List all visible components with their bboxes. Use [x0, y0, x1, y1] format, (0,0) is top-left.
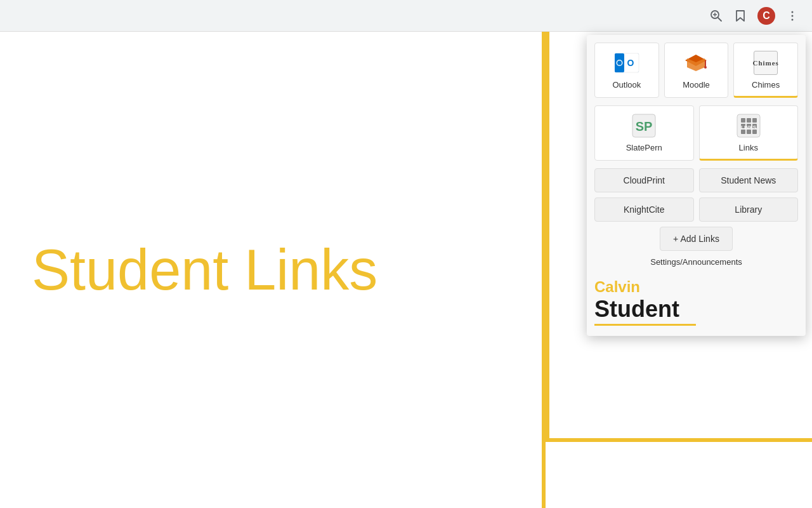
settings-link[interactable]: Settings/Announcements — [594, 257, 798, 267]
bottom-border-accent — [546, 438, 812, 442]
brand-underline — [594, 324, 696, 326]
svg-point-13 — [617, 61, 622, 65]
quick-links-row2: KnightCite Library — [594, 197, 798, 222]
outlook-icon: O — [613, 50, 640, 76]
app-grid-row2: SP SlatePern LI — [594, 105, 798, 161]
student-news-button[interactable]: Student News — [699, 168, 799, 192]
extension-icon[interactable]: C — [757, 7, 775, 25]
svg-point-7 — [792, 18, 794, 20]
links-tile[interactable]: LINKS Links — [699, 105, 799, 161]
zoom-icon[interactable] — [709, 9, 723, 23]
svg-rect-28 — [747, 130, 751, 134]
svg-rect-23 — [752, 118, 757, 123]
main-page: Student Links — [0, 32, 546, 508]
chimes-tile[interactable]: Chimes Chimes — [733, 43, 798, 98]
svg-point-17 — [704, 66, 707, 69]
add-links-button[interactable]: + Add Links — [660, 227, 733, 251]
moodle-label: Moodle — [683, 80, 710, 90]
slatepern-icon: SP — [631, 112, 657, 139]
links-icon: LINKS — [735, 112, 762, 139]
svg-rect-29 — [752, 130, 757, 134]
slatepern-tile[interactable]: SP SlatePern — [594, 105, 694, 161]
cloudprint-button[interactable]: CloudPrint — [594, 168, 694, 192]
knightcite-button[interactable]: KnightCite — [594, 197, 694, 222]
calvin-text: Calvin — [594, 278, 640, 295]
outlook-tile[interactable]: O Outlook — [594, 43, 659, 98]
menu-icon[interactable] — [785, 9, 799, 23]
outlook-label: Outlook — [612, 80, 641, 90]
svg-rect-27 — [741, 130, 745, 134]
calvin-brand: Calvin Student — [594, 276, 798, 328]
svg-point-5 — [792, 11, 794, 13]
chimes-label: Chimes — [752, 80, 780, 90]
svg-text:O: O — [627, 58, 634, 68]
svg-rect-16 — [705, 60, 706, 67]
quick-links-row1: CloudPrint Student News — [594, 168, 798, 192]
svg-rect-21 — [741, 118, 745, 123]
links-label: Links — [739, 143, 758, 152]
svg-line-1 — [718, 18, 721, 21]
svg-rect-22 — [747, 118, 751, 123]
browser-toolbar: C — [0, 0, 812, 32]
bookmark-icon[interactable] — [733, 9, 747, 23]
library-button[interactable]: Library — [699, 197, 799, 222]
svg-point-6 — [792, 15, 794, 17]
student-text: Student — [594, 296, 798, 323]
right-border-accent — [546, 32, 549, 438]
moodle-tile[interactable]: Moodle — [664, 43, 729, 98]
svg-marker-4 — [737, 11, 744, 21]
app-grid-row1: O Outlook Moodle — [594, 43, 798, 98]
page-title: Student Links — [32, 237, 377, 303]
svg-text:LINKS: LINKS — [741, 124, 757, 130]
chimes-icon: Chimes — [752, 50, 779, 76]
extension-popup: O Outlook Moodle — [587, 35, 806, 336]
moodle-icon — [683, 50, 709, 76]
slatepern-label: SlatePern — [626, 143, 662, 152]
svg-text:SP: SP — [636, 119, 653, 133]
